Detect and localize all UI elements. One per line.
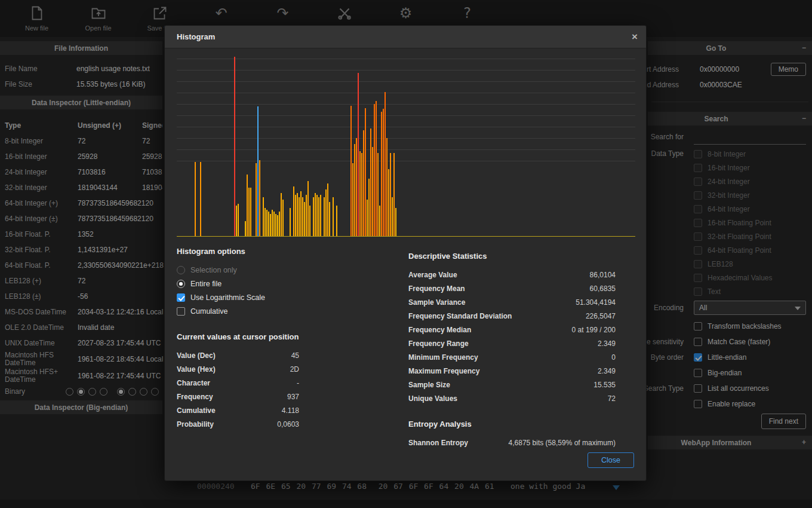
statistic-row: Average Value86,0104 xyxy=(408,268,616,281)
histogram-bar xyxy=(248,188,250,236)
histogram-option-cumulative[interactable]: Cumulative xyxy=(177,304,299,318)
statistic-row: Frequency Range2.349 xyxy=(408,336,616,350)
cursor-value-value: 0,0603 xyxy=(277,420,299,429)
histogram-bar xyxy=(309,206,310,236)
chart-gridline xyxy=(177,59,635,59)
statistic-label: Frequency Range xyxy=(408,339,469,348)
statistic-label: Unique Values xyxy=(408,394,457,403)
histogram-bar xyxy=(259,160,260,236)
histogram-bar xyxy=(370,128,371,237)
histogram-bar xyxy=(318,197,319,236)
statistic-value: 2.349 xyxy=(598,339,616,348)
chart-gridline xyxy=(177,127,635,127)
histogram-bar xyxy=(359,151,361,237)
statistic-label: Minimum Frequency xyxy=(408,353,478,362)
histogram-bar xyxy=(247,175,248,236)
histogram-bar xyxy=(264,208,266,236)
cursor-value-value: 45 xyxy=(291,351,299,360)
histogram-bar xyxy=(365,108,366,236)
histogram-bar xyxy=(350,106,352,237)
histogram-bar xyxy=(368,179,370,236)
cursor-value-label: Cumulative xyxy=(177,406,216,415)
cursor-value-row: Value (Hex)2D xyxy=(177,362,299,376)
histogram-bar xyxy=(386,138,387,236)
histogram-bar xyxy=(263,197,264,236)
chart-baseline xyxy=(177,236,635,237)
cursor-value-label: Value (Hex) xyxy=(177,365,216,374)
histogram-bar xyxy=(256,163,257,236)
checkbox-label: Use Logarithmic Scale xyxy=(190,293,265,302)
checkbox-icon xyxy=(177,307,185,316)
histogram-bar xyxy=(327,183,328,236)
dialog-titlebar: Histogram × xyxy=(165,26,646,48)
histogram-bar xyxy=(377,153,379,236)
histogram-option-entire-file[interactable]: Entire file xyxy=(177,277,299,290)
histogram-bar xyxy=(313,197,314,236)
histogram-options-column: Histogram options Selection onlyEntire f… xyxy=(177,247,299,431)
checkbox-icon xyxy=(177,293,185,302)
histogram-bar xyxy=(279,212,280,236)
histogram-bar xyxy=(290,208,291,236)
histogram-bar xyxy=(250,188,251,236)
statistic-label: Sample Variance xyxy=(408,298,465,307)
close-button[interactable]: Close xyxy=(588,452,634,468)
histogram-chart[interactable] xyxy=(177,53,635,237)
histogram-bar xyxy=(372,147,373,236)
histogram-bar xyxy=(234,57,235,236)
histogram-dialog: Histogram × Histogram options Selection … xyxy=(164,25,647,481)
entropy-label: Shannon Entropy xyxy=(408,439,468,447)
dialog-title: Histogram xyxy=(177,32,215,41)
histogram-bar xyxy=(282,200,284,236)
histogram-bar xyxy=(354,144,355,236)
statistic-value: 0 at 199 / 200 xyxy=(572,326,616,334)
radio-icon xyxy=(177,280,185,288)
histogram-option-use-logarithmic-scale[interactable]: Use Logarithmic Scale xyxy=(177,290,299,304)
histogram-options-heading: Histogram options xyxy=(177,247,299,256)
cursor-value-row: Value (Dec)45 xyxy=(177,348,299,362)
histogram-bar xyxy=(336,206,337,236)
chart-gridline xyxy=(177,138,635,139)
histogram-bar xyxy=(297,193,298,236)
histogram-bar xyxy=(329,202,330,236)
statistics-column: Descriptive Statistics Average Value86,0… xyxy=(408,252,616,449)
histogram-bar xyxy=(390,153,391,236)
histogram-bar xyxy=(333,197,334,236)
statistic-value: 60,6835 xyxy=(590,284,616,293)
histogram-bar xyxy=(268,212,269,236)
statistic-row: Sample Size15.535 xyxy=(408,378,616,391)
histogram-bar xyxy=(245,221,246,236)
entropy-analysis-heading: Entropy Analysis xyxy=(408,420,616,429)
histogram-bar xyxy=(374,104,375,236)
chart-gridline xyxy=(177,149,635,150)
histogram-bar xyxy=(388,169,389,236)
histogram-bar xyxy=(385,92,386,236)
chart-gridline xyxy=(177,104,635,105)
close-icon[interactable]: × xyxy=(632,26,638,48)
statistic-value: 86,0104 xyxy=(590,271,616,279)
histogram-bar xyxy=(277,215,278,236)
histogram-bar xyxy=(306,195,307,236)
histogram-bar xyxy=(257,106,259,237)
histogram-bar xyxy=(304,202,305,236)
histogram-bar xyxy=(363,130,364,236)
histogram-bar xyxy=(393,153,395,236)
histogram-bar xyxy=(324,197,325,236)
histogram-bar xyxy=(270,214,271,236)
radio-label: Selection only xyxy=(190,266,237,274)
histogram-bar xyxy=(325,189,327,236)
cursor-value-label: Probability xyxy=(177,420,214,429)
radio-icon xyxy=(177,266,185,274)
cursor-value-label: Frequency xyxy=(177,393,213,401)
chart-gridline xyxy=(177,70,635,71)
chart-gridline xyxy=(177,115,635,116)
statistic-row: Sample Variance51.304,4194 xyxy=(408,295,616,309)
statistic-value: 0 xyxy=(611,353,616,362)
statistic-label: Maximum Frequency xyxy=(408,367,479,375)
histogram-bar xyxy=(273,212,275,236)
cursor-value-value: 2D xyxy=(290,365,299,374)
cursor-value-value: 4.118 xyxy=(282,406,299,415)
cursor-value-label: Character xyxy=(177,379,210,387)
statistic-value: 2.349 xyxy=(598,367,616,375)
histogram-bar xyxy=(315,193,316,236)
histogram-bar xyxy=(361,153,362,236)
